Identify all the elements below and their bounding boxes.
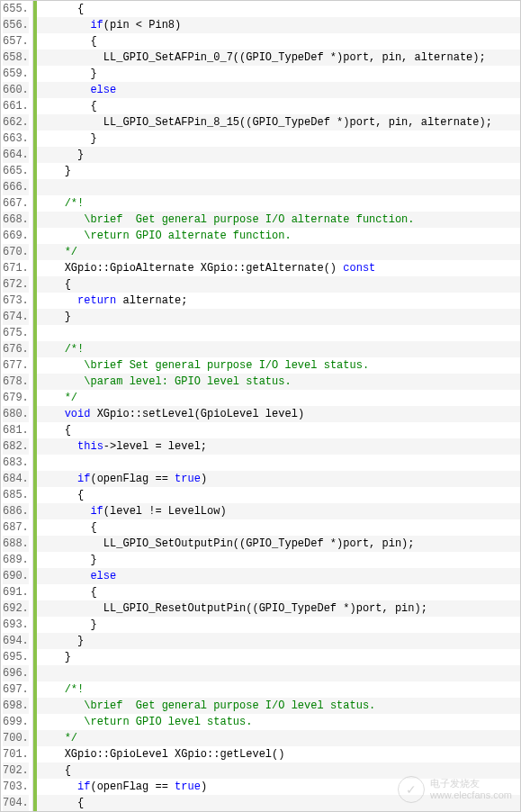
code-line[interactable]: } — [37, 633, 520, 649]
code-line[interactable]: \return GPIO alternate function. — [37, 228, 520, 244]
code-line[interactable]: } — [37, 649, 520, 665]
code-line[interactable]: } — [37, 147, 520, 163]
line-number: 672. — [3, 276, 29, 293]
code-line[interactable]: if(level != LevelLow) — [37, 503, 520, 519]
code-line[interactable]: if(pin < Pin8) — [37, 17, 520, 33]
code-line[interactable]: { — [37, 33, 520, 50]
line-number: 676. — [3, 341, 29, 357]
line-number: 692. — [3, 600, 29, 617]
line-number: 701. — [3, 746, 29, 762]
line-number: 699. — [3, 714, 29, 730]
line-number: 683. — [3, 455, 29, 471]
code-line[interactable]: LL_GPIO_SetAFPin_0_7((GPIO_TypeDef *)por… — [37, 50, 520, 66]
line-number: 663. — [3, 131, 29, 147]
code-line[interactable]: if(openFlag == true) — [37, 471, 520, 487]
line-number: 675. — [3, 325, 29, 341]
watermark-logo-icon: ✓ — [398, 776, 425, 803]
line-number: 689. — [3, 552, 29, 568]
line-number: 698. — [3, 698, 29, 714]
line-number: 669. — [3, 228, 29, 244]
code-line[interactable]: } — [37, 552, 520, 568]
line-number: 686. — [3, 503, 29, 519]
line-number: 664. — [3, 147, 29, 163]
line-number: 695. — [3, 649, 29, 665]
line-number: 666. — [3, 179, 29, 195]
code-line[interactable]: \param level: GPIO level status. — [37, 374, 520, 390]
code-line[interactable]: \brief Get general purpose I/O alternate… — [37, 212, 520, 228]
code-line[interactable] — [37, 455, 520, 471]
line-number: 662. — [3, 114, 29, 131]
line-number: 685. — [3, 487, 29, 503]
line-number: 671. — [3, 260, 29, 276]
line-number: 673. — [3, 293, 29, 309]
line-number: 674. — [3, 309, 29, 325]
code-line[interactable]: XGpio::GpioLevel XGpio::getLevel() — [37, 746, 520, 762]
code-line[interactable] — [37, 665, 520, 681]
line-number: 694. — [3, 633, 29, 649]
code-line[interactable]: /*! — [37, 195, 520, 212]
line-number: 703. — [3, 779, 29, 795]
line-number: 690. — [3, 568, 29, 584]
line-number: 688. — [3, 536, 29, 552]
line-number: 702. — [3, 762, 29, 779]
line-number: 682. — [3, 438, 29, 455]
line-number: 691. — [3, 584, 29, 600]
line-number: 700. — [3, 730, 29, 746]
code-line[interactable]: LL_GPIO_ResetOutputPin((GPIO_TypeDef *)p… — [37, 600, 520, 617]
line-number: 665. — [3, 163, 29, 179]
code-line[interactable]: \return GPIO level status. — [37, 714, 520, 730]
line-number: 704. — [3, 795, 29, 811]
code-line[interactable]: */ — [37, 244, 520, 260]
code-line[interactable]: else — [37, 82, 520, 98]
watermark-url: www.elecfans.com — [430, 789, 512, 801]
line-number: 693. — [3, 617, 29, 633]
line-number: 680. — [3, 406, 29, 422]
line-number: 677. — [3, 357, 29, 374]
code-line[interactable]: } — [37, 617, 520, 633]
line-number: 658. — [3, 50, 29, 66]
code-line[interactable]: { — [37, 1, 520, 17]
code-line[interactable] — [37, 325, 520, 341]
code-line[interactable]: } — [37, 66, 520, 82]
line-number: 697. — [3, 681, 29, 698]
code-line[interactable]: { — [37, 487, 520, 503]
line-number: 668. — [3, 212, 29, 228]
code-line[interactable]: { — [37, 584, 520, 600]
watermark-brand: 电子发烧友 — [430, 778, 512, 789]
code-line[interactable]: { — [37, 422, 520, 438]
line-number: 681. — [3, 422, 29, 438]
line-number: 678. — [3, 374, 29, 390]
line-number: 684. — [3, 471, 29, 487]
code-line[interactable]: this->level = level; — [37, 438, 520, 455]
line-number: 657. — [3, 33, 29, 50]
code-line[interactable]: } — [37, 131, 520, 147]
code-line[interactable]: { — [37, 276, 520, 293]
code-area[interactable]: { if(pin < Pin8) { LL_GPIO_SetAFPin_0_7(… — [37, 1, 520, 811]
code-line[interactable]: /*! — [37, 681, 520, 698]
code-line[interactable]: } — [37, 163, 520, 179]
line-number: 696. — [3, 665, 29, 681]
code-line[interactable]: else — [37, 568, 520, 584]
line-number: 687. — [3, 519, 29, 536]
line-number: 661. — [3, 98, 29, 114]
code-line[interactable]: void XGpio::setLevel(GpioLevel level) — [37, 406, 520, 422]
line-number: 670. — [3, 244, 29, 260]
code-line[interactable]: \brief Set general purpose I/O level sta… — [37, 357, 520, 374]
code-line[interactable]: return alternate; — [37, 293, 520, 309]
code-line[interactable]: LL_GPIO_SetAFPin_8_15((GPIO_TypeDef *)po… — [37, 114, 520, 131]
code-line[interactable]: /*! — [37, 341, 520, 357]
code-line[interactable]: \brief Get general purpose I/O level sta… — [37, 698, 520, 714]
code-line[interactable]: LL_GPIO_SetOutputPin((GPIO_TypeDef *)por… — [37, 536, 520, 552]
code-line[interactable]: */ — [37, 730, 520, 746]
line-number: 655. — [3, 1, 29, 17]
code-line[interactable]: { — [37, 519, 520, 536]
code-editor: 655.656.657.658.659.660.661.662.663.664.… — [0, 0, 521, 812]
code-line[interactable] — [37, 179, 520, 195]
code-line[interactable]: */ — [37, 390, 520, 406]
code-line[interactable]: XGpio::GpioAlternate XGpio::getAlternate… — [37, 260, 520, 276]
line-number: 667. — [3, 195, 29, 212]
watermark: ✓ 电子发烧友 www.elecfans.com — [398, 776, 512, 803]
code-line[interactable]: { — [37, 98, 520, 114]
line-number: 679. — [3, 390, 29, 406]
code-line[interactable]: } — [37, 309, 520, 325]
